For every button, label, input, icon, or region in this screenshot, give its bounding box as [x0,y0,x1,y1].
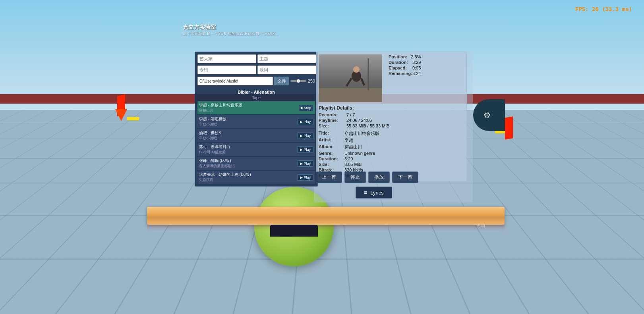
track-title-value: 穿越山川纯音乐版 [344,131,379,137]
track-size-row: Size: 8.05 MiB [319,162,464,167]
records-value: 7 / 7 [346,112,355,117]
scene-title-main: 光立方实验室 [183,24,279,31]
prev-button[interactable]: 上一首 [316,171,342,183]
volume-label: 250 [308,79,315,83]
elapsed-row: Elapsed: 0:05 [389,65,421,70]
info-panel: Position: 2.5% Duration: 3:29 Elapsed: 0… [316,52,467,181]
playlist-item-text: 李超 - 穿越山川纯音乐版穿越山川 [199,102,297,113]
track-duration-value: 3:29 [344,156,353,161]
position-value: 2.5% [411,54,421,59]
stop-button[interactable]: 停止 [344,171,366,183]
playlist-item-title: 李超 - 酒吧孤独 [199,116,296,122]
genre-input[interactable] [257,54,316,63]
playlist-details-title: Playlist Details: [319,105,464,111]
artist-input[interactable] [197,54,256,63]
playlist-item: 李超 - 穿越山川纯音乐版穿越山川■ Stop [197,101,315,114]
position-row: Position: 2.5% [389,54,421,59]
playlist-item-subtitle: 车歌小酒吧 [199,122,296,127]
play-button-small[interactable]: ▶ Play [297,174,313,181]
playlist-item-subtitle: 失恋沉痛 [199,177,296,183]
lyrics-button-container: ≡ Lyrics [356,187,392,198]
playtime-row: Playtime: 24:06 / 24:06 [319,118,464,123]
play-button-small[interactable]: ▶ Play [297,119,313,125]
scene-title: 光立方实验室 这个演示场景是一个3D扩展的位置识别器每个识别区， [183,24,279,37]
total-size-value: 55.33 MiB / 55.33 MiB [346,123,389,128]
playlist-item-text: 苏可 - 玻璃碴对白DJ小可DJ盛允柔 [199,144,296,155]
playlist-item: 李超 - 酒吧孤独车歌小酒吧▶ Play [197,115,315,128]
balance-beam [147,207,505,225]
playtime-value: 24:06 / 24:06 [346,118,372,123]
playlist-item-title: 酒吧 - 孤独3 [199,130,296,136]
remaining-label: Remaining: [389,71,412,76]
playlist-item: 苏可 - 玻璃碴对白DJ小可DJ盛允柔▶ Play [197,143,315,156]
track-album-row: Album: 穿越山川 [319,144,464,150]
elapsed-label: Elapsed: [389,65,407,70]
path-row: 文件 250 [195,75,317,87]
search-row-1 [195,52,317,64]
remaining-value: 3:24 [412,71,421,76]
playlist-details: Playlist Details: Records: 7 / 7 Playtim… [319,105,464,128]
path-input[interactable] [197,77,273,85]
track-artist-value: 李超 [344,137,353,143]
duration-value: 3:29 [412,60,421,65]
album-art-svg [319,54,382,102]
scene-title-sub: 这个演示场景是一个3D扩展的位置识别器每个识别区， [183,31,279,37]
playlist-item: 张峰 - 醉眠 (DJ版)各人满满的酒盅都是泪▶ Play [197,157,315,170]
duration-row: Duration: 3:29 [389,60,421,65]
playlist-item-text: 追梦先承 - 劲爆的土鸡 (DJ版)失恋沉痛 [199,172,296,183]
volume-slider[interactable] [290,80,306,82]
playlist-list: 李超 - 穿越山川纯音乐版穿越山川■ Stop李超 - 酒吧孤独车歌小酒吧▶ P… [197,101,315,184]
track-size-label: Size: [319,162,344,167]
next-button[interactable]: 下一首 [392,171,418,183]
track-size-value: 8.05 MiB [344,162,362,167]
play-button[interactable]: 播放 [368,171,390,183]
search-row-2 [195,64,317,75]
ball-base [270,225,318,237]
balance-beam-container [147,207,505,231]
fps-counter: FPS: 26 (33.3 ms) [575,6,632,12]
lyrics-label: Lyrics [370,190,383,196]
playtime-label: Playtime: [319,118,346,123]
volume-slider-container: 250 [290,79,315,83]
track-artist-label: Artist: [319,137,344,143]
album-input[interactable] [197,65,256,74]
elapsed-value: 0:05 [412,65,421,70]
track-album-value: 穿越山川 [344,144,362,150]
play-button-small[interactable]: ▶ Play [297,146,313,153]
track-duration-label: Duration: [319,156,344,161]
playlist-item-subtitle: DJ小可DJ盛允柔 [199,150,296,155]
album-art [319,54,382,102]
track-genre-row: Genre: Unknown genre [319,151,464,156]
stop-button-small[interactable]: ■ Stop [298,105,313,111]
track-genre-label: Genre: [319,151,344,156]
svg-rect-2 [319,88,382,102]
music-panel: 文件 250 Bibler - Alienation Tape 李超 - 穿越山… [195,52,318,187]
playlist-item-subtitle: 各人满满的酒盅都是泪 [199,164,296,169]
track-artist-row: Artist: 李超 [319,137,464,143]
lyrics-button[interactable]: ≡ Lyrics [356,187,392,198]
volume-thumb [296,79,300,83]
current-track-sub: Tape [197,96,315,100]
track-title-label: Title: [319,131,344,137]
control-buttons: 上一首 停止 播放 下一首 [316,171,418,183]
red-decoration-left [115,95,127,127]
play-button-small[interactable]: ▶ Play [297,133,313,139]
track-duration-row: Duration: 3:29 [319,156,464,161]
playlist-item-text: 张峰 - 醉眠 (DJ版)各人满满的酒盅都是泪 [199,158,296,169]
playlist-item-title: 李超 - 穿越山川纯音乐版 [199,102,297,108]
yellow-lines-left [127,117,139,120]
remaining-row: Remaining: 3:24 [389,71,421,76]
track-title-row: Title: 穿越山川纯音乐版 [319,131,464,137]
lyrics-input[interactable] [257,65,316,74]
play-button-small[interactable]: ▶ Play [297,160,313,167]
playlist-item: 酒吧 - 孤独3车歌小酒吧▶ Play [197,129,315,142]
playlist-item-subtitle: 穿越山川 [199,108,297,113]
svg-point-4 [353,66,360,73]
beam-text: 光动 [476,223,485,229]
gear-icon: ⚙ [483,110,491,120]
playlist-item: 追梦先承 - 劲爆的土鸡 (DJ版)失恋沉痛▶ Play [197,171,315,184]
track-genre-value: Unknown genre [344,151,375,156]
playlist-item-title: 张峰 - 醉眠 (DJ版) [199,158,296,164]
file-button[interactable]: 文件 [274,77,289,85]
records-label: Records: [319,112,346,117]
